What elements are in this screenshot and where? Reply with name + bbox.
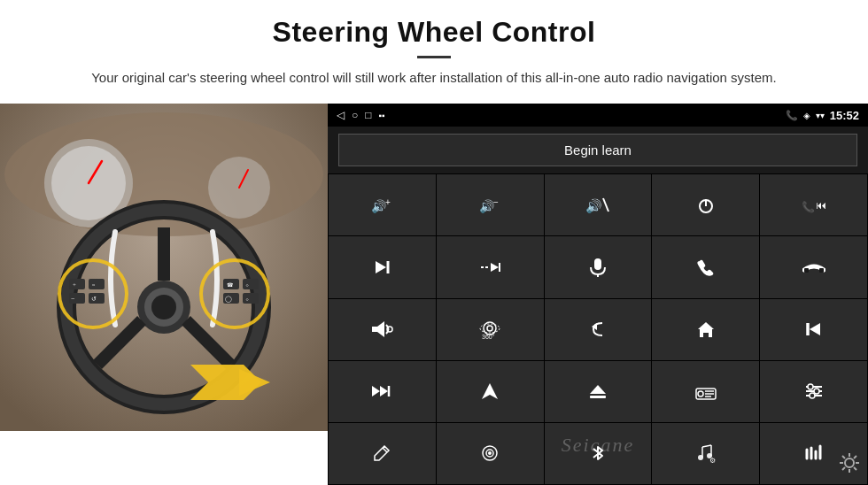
svg-rect-17 [89,279,105,289]
page-title: Steering Wheel Control [35,16,833,49]
page-wrapper: Steering Wheel Control Your original car… [0,0,868,485]
horn-button[interactable] [329,299,436,360]
android-ui: ◁ ○ □ ▪▪ 📞 ◈ ▾▾ 15:52 Begin learn [328,104,868,485]
svg-marker-48 [491,263,499,272]
svg-rect-16 [69,279,85,289]
svg-text:⬦: ⬦ [245,281,249,289]
svg-text:360°: 360° [482,334,495,340]
status-right-area: 📞 ◈ ▾▾ 15:52 [786,109,859,122]
svg-text:+: + [73,281,76,289]
subtitle-text: Your original car's steering wheel contr… [71,67,797,88]
svg-marker-66 [380,386,388,396]
skip-button[interactable] [437,236,544,297]
svg-line-103 [854,456,856,458]
svg-point-11 [151,295,176,319]
prev-track-button[interactable] [760,299,867,360]
eject-button[interactable] [545,361,652,422]
next-track-button[interactable] [329,236,436,297]
svg-rect-70 [590,396,606,398]
svg-text:↺: ↺ [91,296,97,303]
svg-text:📞: 📞 [802,200,815,213]
svg-text:−: − [493,197,499,207]
home-nav-icon[interactable]: ○ [352,109,358,122]
begin-learn-button[interactable]: Begin learn [338,134,857,166]
tel-prev-button[interactable]: 📞 ⏮ [760,174,867,235]
begin-learn-row: Begin learn [328,127,868,173]
svg-text:◯: ◯ [225,296,232,303]
svg-line-104 [842,467,845,470]
mic-button[interactable] [545,236,652,297]
location-icon: ◈ [803,111,810,120]
edit-button[interactable] [329,423,436,484]
svg-marker-45 [376,261,386,273]
car-image: + ≈ − ↺ ☎ ⬦ ◯ ⬦ [0,104,328,431]
svg-marker-68 [482,383,498,399]
recents-nav-icon[interactable]: □ [365,109,371,122]
record-button[interactable] [437,423,544,484]
nav-button[interactable] [437,361,544,422]
svg-marker-65 [372,386,380,396]
radio-button[interactable] [652,361,759,422]
content-area: + ≈ − ↺ ☎ ⬦ ◯ ⬦ [0,104,868,485]
svg-point-85 [488,451,492,455]
fast-fwd-button[interactable] [329,361,436,422]
vol-up-button[interactable]: 🔊+ [329,174,436,235]
gear-settings-icon[interactable] [838,451,861,480]
svg-line-101 [842,456,845,458]
svg-point-79 [808,384,813,389]
header-section: Steering Wheel Control Your original car… [0,0,868,96]
steering-wheel-svg: + ≈ − ↺ ☎ ⬦ ◯ ⬦ [0,104,328,431]
time-display: 15:52 [830,109,859,122]
svg-text:−: − [71,295,75,303]
signal-icon: ▪▪ [379,111,385,120]
svg-line-86 [702,445,711,447]
back-nav-icon[interactable]: ◁ [337,109,345,122]
svg-rect-53 [819,268,824,273]
svg-line-40 [603,198,608,212]
vol-down-button[interactable]: 🔊− [437,174,544,235]
title-divider [417,56,451,58]
svg-marker-63 [810,323,820,335]
bluetooth-button[interactable] [545,423,652,484]
power-button[interactable] [652,174,759,235]
svg-rect-50 [594,258,601,270]
svg-point-80 [814,389,819,394]
svg-marker-61 [698,322,714,337]
svg-point-96 [845,458,854,467]
svg-text:⬦: ⬦ [245,296,249,303]
hang-up-button[interactable] [760,236,867,297]
svg-point-81 [810,393,815,398]
svg-marker-54 [372,321,384,337]
svg-text:⚙: ⚙ [709,457,716,463]
phone-icon: 📞 [786,110,798,121]
svg-text:🔊: 🔊 [585,198,602,214]
svg-rect-52 [804,268,809,273]
svg-point-72 [698,391,703,396]
svg-line-102 [854,467,856,470]
wifi-icon: ▾▾ [816,111,825,120]
music-button[interactable]: ⚙ [652,423,759,484]
svg-point-57 [487,326,492,331]
status-bar: ◁ ○ □ ▪▪ 📞 ◈ ▾▾ 15:52 [328,104,868,127]
svg-text:☎: ☎ [227,282,234,288]
controls-grid: 🔊+ 🔊− 🔊 [328,173,868,485]
call-button[interactable] [652,236,759,297]
settings-ctrl-button[interactable] [760,361,867,422]
svg-marker-69 [590,385,606,394]
mute-button[interactable]: 🔊 [545,174,652,235]
svg-point-89 [698,455,703,460]
360-view-button[interactable]: 360° [437,299,544,360]
svg-text:⏮: ⏮ [816,199,826,212]
home-button[interactable] [652,299,759,360]
back-button[interactable] [545,299,652,360]
status-nav-icons: ◁ ○ □ ▪▪ [337,109,385,122]
svg-text:+: + [385,197,391,207]
